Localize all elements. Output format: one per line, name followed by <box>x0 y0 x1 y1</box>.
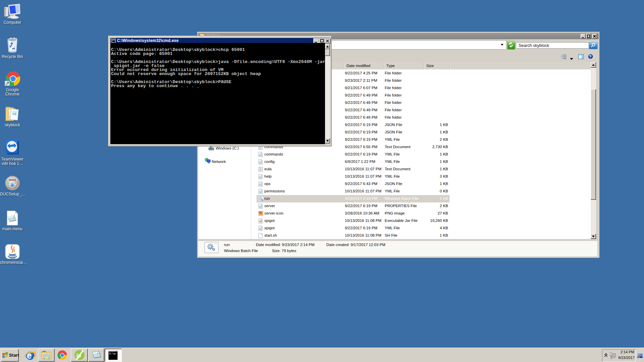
svg-text:C:\: C:\ <box>109 352 114 355</box>
svg-text:C:\: C:\ <box>112 41 116 43</box>
svg-text:?: ? <box>589 55 592 59</box>
svg-text:NSIS: NSIS <box>9 178 16 182</box>
